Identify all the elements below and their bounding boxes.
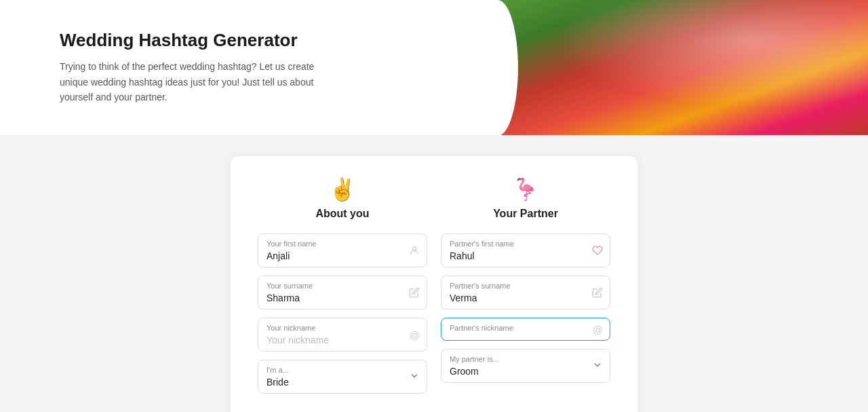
hero-description: Trying to think of the perfect wedding h… xyxy=(60,59,331,105)
partner-role-value: Groom xyxy=(450,366,585,377)
hero-illustration xyxy=(477,0,868,135)
your-first-name-field: Your first name Anjali xyxy=(258,233,427,267)
your-nickname-field: Your nickname Your nickname @ xyxy=(258,318,427,352)
hero-curve-decoration xyxy=(477,0,518,135)
form-card: ✌️ About you Your first name Anjali xyxy=(231,156,637,412)
about-you-title: About you xyxy=(315,208,369,219)
about-you-column: ✌️ About you Your first name Anjali xyxy=(258,176,427,402)
your-partner-column: 🦩 Your Partner Partner's first name Rahu… xyxy=(441,176,610,402)
partner-nickname-field: Partner's nickname @ xyxy=(441,318,610,341)
partner-pencil-icon xyxy=(592,287,603,298)
person-icon xyxy=(409,245,420,256)
your-partner-title: Your Partner xyxy=(493,208,558,219)
your-nickname-input-wrapper[interactable]: Your nickname Your nickname @ xyxy=(258,318,427,352)
partner-surname-input-wrapper[interactable]: Partner's surname Verma xyxy=(441,276,610,310)
your-first-name-input-wrapper[interactable]: Your first name Anjali xyxy=(258,233,427,267)
your-surname-field: Your surname Sharma xyxy=(258,276,427,310)
role-chevron-icon xyxy=(409,371,420,383)
partner-first-name-field: Partner's first name Rahul xyxy=(441,233,610,267)
partner-role-select[interactable]: My partner is... Groom xyxy=(441,349,610,383)
partner-role-chevron-icon xyxy=(592,360,603,373)
main-content: ✌️ About you Your first name Anjali xyxy=(0,136,868,412)
partner-role-field: My partner is... Groom xyxy=(441,349,610,383)
your-role-value: Bride xyxy=(267,377,402,388)
pencil-icon xyxy=(409,287,420,298)
your-surname-input-wrapper[interactable]: Your surname Sharma xyxy=(258,276,427,310)
about-you-emoji: ✌️ xyxy=(258,176,427,202)
heart-icon xyxy=(592,245,603,256)
hero-text-block: Wedding Hashtag Generator Trying to thin… xyxy=(0,0,477,135)
your-surname-value: Sharma xyxy=(267,293,402,303)
partner-first-name-value: Rahul xyxy=(450,250,585,261)
at-sign-icon: @ xyxy=(410,329,420,341)
svg-point-0 xyxy=(412,247,416,250)
hero-title: Wedding Hashtag Generator xyxy=(60,30,450,51)
partner-nickname-label: Partner's nickname xyxy=(450,324,585,332)
your-first-name-value: Anjali xyxy=(267,250,402,261)
form-columns: ✌️ About you Your first name Anjali xyxy=(258,176,610,402)
your-role-field: I'm a... Bride xyxy=(258,360,427,394)
hero-image xyxy=(477,0,868,135)
your-surname-label: Your surname xyxy=(267,282,402,290)
your-first-name-label: Your first name xyxy=(267,240,402,248)
partner-first-name-input-wrapper[interactable]: Partner's first name Rahul xyxy=(441,233,610,267)
partner-surname-value: Verma xyxy=(450,293,585,303)
your-role-label: I'm a... xyxy=(267,366,402,374)
hero-section: Wedding Hashtag Generator Trying to thin… xyxy=(0,0,868,136)
partner-surname-label: Partner's surname xyxy=(450,282,585,290)
partner-nickname-input-wrapper[interactable]: Partner's nickname @ xyxy=(441,318,610,341)
your-partner-emoji: 🦩 xyxy=(441,176,610,202)
partner-at-sign-icon: @ xyxy=(593,324,603,335)
your-partner-header: 🦩 Your Partner xyxy=(441,176,610,220)
your-role-select[interactable]: I'm a... Bride xyxy=(258,360,427,394)
your-nickname-label: Your nickname xyxy=(267,324,402,332)
about-you-header: ✌️ About you xyxy=(258,176,427,220)
partner-surname-field: Partner's surname Verma xyxy=(441,276,610,310)
your-nickname-placeholder: Your nickname xyxy=(267,335,402,345)
partner-role-label: My partner is... xyxy=(450,355,585,363)
partner-first-name-label: Partner's first name xyxy=(450,240,585,248)
